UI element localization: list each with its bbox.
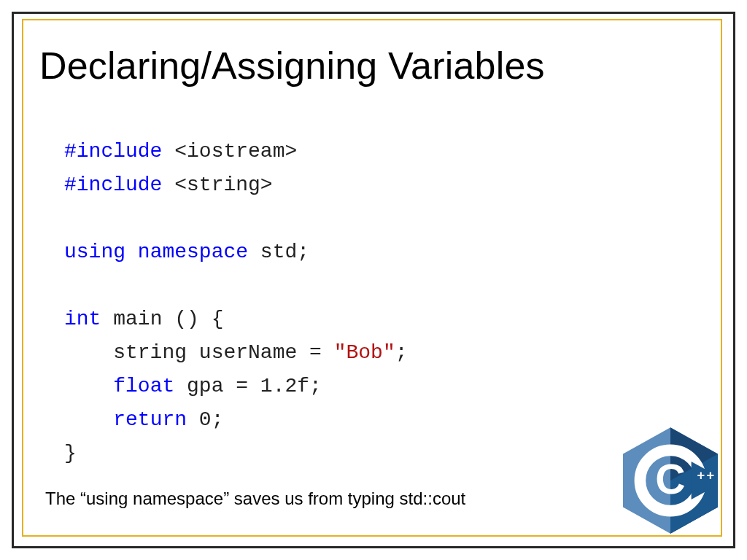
code-keyword: using: [64, 241, 125, 263]
svg-text:+: +: [706, 468, 714, 483]
code-keyword: return: [113, 408, 187, 431]
slide-title: Declaring/Assigning Variables: [39, 44, 545, 88]
code-text: string userName =: [64, 341, 334, 364]
code-block: #include <iostream> #include <string> us…: [64, 135, 408, 470]
code-text: <iostream>: [162, 140, 297, 163]
code-text: }: [64, 442, 77, 464]
code-string: "Bob": [334, 341, 395, 364]
code-text: [64, 375, 113, 397]
svg-text:+: +: [697, 468, 705, 483]
code-keyword: #include: [64, 174, 162, 196]
svg-text:C: C: [655, 456, 685, 502]
code-keyword: int: [64, 308, 101, 330]
code-text: <string>: [162, 174, 272, 196]
code-keyword: float: [113, 375, 174, 397]
code-text: 0;: [187, 408, 223, 431]
code-text: ;: [395, 341, 408, 364]
code-keyword: namespace: [138, 241, 248, 263]
code-keyword: #include: [64, 140, 162, 163]
code-text: main () {: [101, 308, 223, 330]
slide-caption: The “using namespace” saves us from typi…: [45, 489, 465, 509]
code-text: [64, 408, 113, 431]
code-text: std;: [248, 241, 309, 263]
code-text: gpa = 1.2f;: [174, 375, 322, 397]
cpp-logo-icon: C + +: [623, 427, 718, 534]
